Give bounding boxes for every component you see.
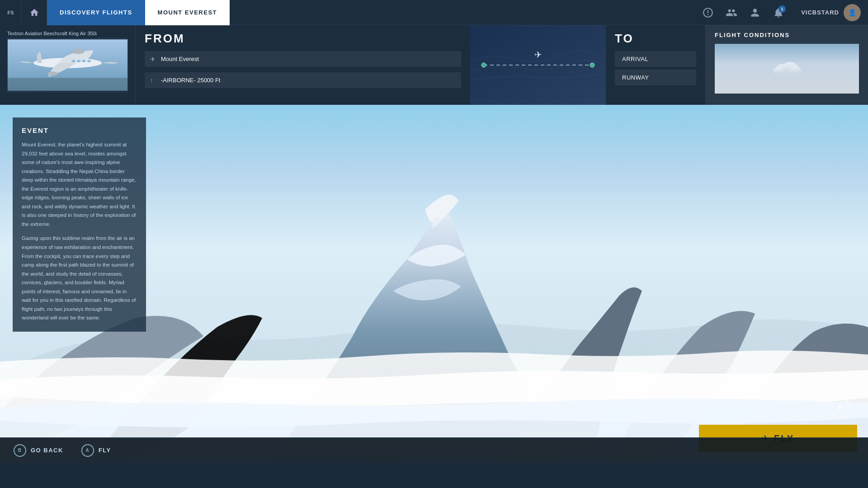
header-panel: Textron Aviation Beechcraft King Air 350…: [0, 25, 868, 105]
runway-field[interactable]: RUNWAY: [615, 70, 696, 85]
bottom-fly-button[interactable]: A FLY: [81, 444, 111, 457]
svg-point-12: [481, 63, 486, 67]
svg-point-18: [773, 67, 783, 75]
svg-rect-8: [87, 60, 91, 62]
username: VICBSTARD: [801, 9, 839, 16]
aircraft-section: Textron Aviation Beechcraft King Air 350…: [0, 25, 136, 105]
bottom-bar: B GO BACK A FLY: [0, 437, 868, 463]
weather-cloud-icon: [769, 57, 805, 80]
weather-display[interactable]: [715, 44, 859, 94]
main-content: EVENT Mount Everest, the planet's highes…: [0, 105, 868, 463]
aircraft-brand: Textron Aviation Beechcraft King Air 350…: [7, 31, 128, 36]
user-section[interactable]: VICBSTARD 👤: [794, 4, 868, 21]
from-section: FROM ✈ Mount Everest ↑ -AIRBORNE- 25000 …: [136, 25, 470, 105]
aircraft-image: [7, 38, 128, 92]
app-logo: FS: [0, 0, 22, 25]
svg-rect-7: [82, 60, 86, 62]
tab-discovery-flights[interactable]: DISCOVERY FLIGHTS: [47, 0, 145, 25]
to-section: TO ARRIVAL RUNWAY: [606, 25, 705, 105]
home-button[interactable]: [22, 0, 47, 25]
bottom-fly-icon: A: [81, 444, 94, 457]
go-back-button[interactable]: B GO BACK: [14, 444, 63, 457]
event-panel: EVENT Mount Everest, the planet's highes…: [13, 117, 146, 332]
multiplayer-icon: [726, 7, 737, 19]
location-icon: ✈: [150, 56, 156, 63]
profile-button[interactable]: [745, 3, 765, 23]
achievements-button[interactable]: [698, 3, 718, 23]
svg-point-13: [590, 63, 594, 67]
achievements-icon: [702, 7, 714, 19]
home-icon: [29, 8, 39, 18]
departure-location-field[interactable]: ✈ Mount Everest: [145, 51, 461, 67]
multiplayer-button[interactable]: [722, 3, 741, 23]
svg-point-4: [47, 71, 58, 75]
scroll-hint[interactable]: [829, 397, 850, 418]
tab-mount-everest[interactable]: MOUNT EVEREST: [145, 0, 230, 25]
departure-altitude-field[interactable]: ↑ -AIRBORNE- 25000 Ft: [145, 72, 461, 88]
aircraft-illustration: [8, 38, 127, 92]
from-label: FROM: [145, 32, 461, 46]
svg-point-3: [72, 49, 85, 54]
svg-text:✈: ✈: [534, 50, 542, 60]
svg-rect-5: [72, 60, 75, 62]
svg-rect-6: [77, 60, 80, 62]
flight-conditions-label: FLIGHT CONDITIONS: [715, 32, 859, 38]
svg-rect-1: [8, 78, 127, 90]
altitude-icon: ↑: [150, 77, 153, 84]
notifications-button[interactable]: 1: [769, 3, 788, 23]
user-avatar: 👤: [844, 4, 861, 21]
profile-icon: [749, 7, 761, 19]
notification-badge: 1: [778, 5, 786, 13]
go-back-icon: B: [14, 444, 26, 457]
flight-conditions-panel: FLIGHT CONDITIONS: [705, 25, 868, 105]
arrival-field[interactable]: ARRIVAL: [615, 51, 696, 67]
map-section: ✈: [470, 25, 606, 105]
scroll-dot: [838, 405, 841, 409]
route-map: ✈: [470, 25, 606, 105]
event-description: Mount Everest, the planet's highest summ…: [22, 141, 137, 323]
to-label: TO: [615, 32, 696, 46]
top-navigation: FS DISCOVERY FLIGHTS MOUNT EVEREST: [0, 0, 868, 25]
svg-point-17: [790, 66, 801, 75]
event-title: EVENT: [22, 127, 137, 134]
